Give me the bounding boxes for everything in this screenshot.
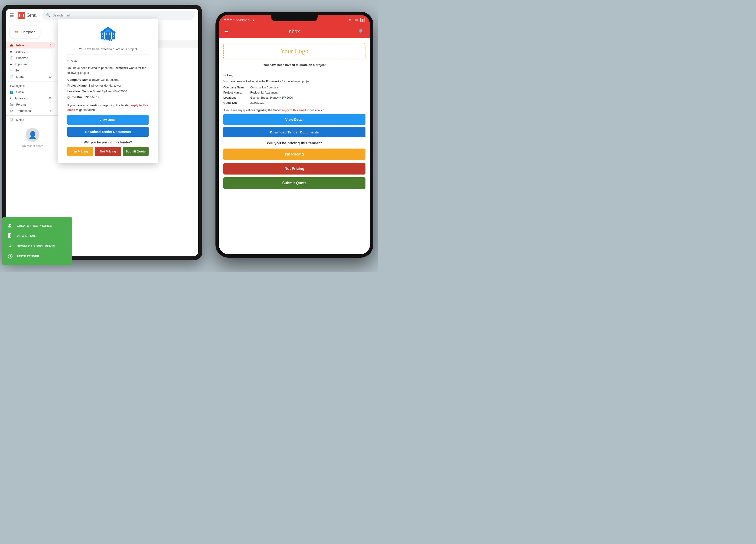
signal-dot-1 xyxy=(224,19,226,20)
sidebar-item-social[interactable]: 👥 Social xyxy=(6,89,55,95)
phone-header: ☰ Inbox 🔍 xyxy=(219,25,370,38)
search-icon: 🔍 xyxy=(46,13,51,17)
view-detail-button[interactable]: View Detail xyxy=(67,115,149,125)
compose-button[interactable]: ✏ Compose xyxy=(10,26,40,39)
sidebar-label-forums: Forums xyxy=(16,103,26,106)
statusbar-carrier: Vodafone AU ▲ xyxy=(224,19,255,21)
banner-view-detail[interactable]: VIEW DETAIL xyxy=(7,231,67,241)
phone-view-detail-button[interactable]: View Detail xyxy=(223,114,365,125)
promotions-icon: 🏷 xyxy=(10,109,13,113)
svg-rect-13 xyxy=(109,33,110,35)
svg-point-17 xyxy=(9,224,11,226)
download-tender-button[interactable]: Download Tender Documents xyxy=(67,127,149,137)
banner-price-tender[interactable]: $ PRICE TENDER xyxy=(7,251,67,261)
bluetooth-icon: ✱ xyxy=(349,19,351,22)
popup-tagline: You have been invited to quote on a proj… xyxy=(67,47,149,55)
banner-download-docs[interactable]: DOWNLOAD DOCUMENTS xyxy=(7,241,67,251)
phone-inbox-title: Inbox xyxy=(287,29,300,35)
pricing-question: Will you be pricing this tender? xyxy=(67,140,149,144)
svg-text:BAYER: BAYER xyxy=(104,39,112,42)
sidebar-item-sent[interactable]: ✉ Sent xyxy=(6,67,55,74)
sidebar-label-updates: Updates xyxy=(14,97,25,100)
phone-content: Your Logo You have been invited to quote… xyxy=(219,38,370,255)
hamburger-icon[interactable]: ☰ xyxy=(10,13,14,18)
sidebar-item-snoozed[interactable]: 🕐 Snoozed xyxy=(6,55,55,61)
no-chats-area: 👤 No recent chats xyxy=(6,123,59,152)
phone-details: Company Name: Construction Company Proje… xyxy=(223,85,365,105)
signal-dot-3 xyxy=(230,19,232,20)
phone-not-pricing-button[interactable]: Not Pricing xyxy=(223,163,365,175)
detail-quote-due-value: 29/05/2019 xyxy=(85,95,100,99)
sidebar-item-updates[interactable]: ℹ Updates 26 xyxy=(6,95,55,101)
detail-quote-due: Quote Due: 29/05/2019 xyxy=(67,95,149,100)
popup-invite-bold: Formwork xyxy=(114,66,128,70)
sidebar-divider-2 xyxy=(6,115,59,116)
sidebar-item-starred[interactable]: ★ Starred xyxy=(6,49,55,55)
phone-greeting: Hi Alex, xyxy=(223,73,365,78)
popup-logo: BAYER xyxy=(67,26,149,43)
detail-company-value: Bayer Constructions xyxy=(92,78,119,82)
im-pricing-button[interactable]: I'm Pricing xyxy=(67,147,93,156)
popup-invite-suffix: works for the following project xyxy=(67,66,146,75)
phone-detail-project: Project Name: Residential Apartment xyxy=(223,91,365,95)
phone-project-value: Residential Apartment xyxy=(250,91,277,95)
detail-company: Company Name: Bayer Constructions xyxy=(67,78,149,82)
forums-icon: 💬 xyxy=(10,103,13,106)
popup-question: If you have any questions regarding the … xyxy=(67,103,149,113)
phone-submit-quote-button[interactable]: Submit Quote xyxy=(223,177,365,189)
email-popup: BAYER You have been invited to quote on … xyxy=(58,19,158,163)
sidebar-item-notes[interactable]: 📝 Notes xyxy=(6,117,55,123)
no-chats-label: No recent chats xyxy=(22,144,43,148)
gmail-logo: Gmail xyxy=(18,12,39,19)
carrier-name: Vodafone AU xyxy=(236,19,251,21)
detail-project-value: Sydney residential tower xyxy=(88,84,121,87)
compose-plus-icon: ✏ xyxy=(14,29,19,35)
dollar-circle-icon: $ xyxy=(7,254,13,259)
submit-quote-button[interactable]: Submit Quote xyxy=(123,147,149,156)
svg-text:$: $ xyxy=(10,255,11,258)
phone-question-text: If you have any questions regarding the … xyxy=(223,108,365,112)
price-tender-icon: $ xyxy=(7,253,13,260)
gmail-logo-text: Gmail xyxy=(26,13,39,18)
banner-create-profile-label: CREATE FREE PROFILE xyxy=(17,224,52,228)
phone-logo-placeholder: Your Logo xyxy=(228,47,361,55)
not-pricing-button[interactable]: Not Pricing xyxy=(95,147,121,156)
phone-reply-link[interactable]: reply to this email xyxy=(282,109,306,112)
banner-create-profile[interactable]: CREATE FREE PROFILE xyxy=(7,221,67,231)
phone-detail-company: Company Name: Construction Company xyxy=(223,85,365,90)
sidebar-item-important[interactable]: ▶ Important xyxy=(6,61,55,67)
updates-icon: ℹ xyxy=(10,97,11,100)
sidebar-item-drafts[interactable]: 📄 Drafts 10 xyxy=(6,74,55,80)
inbox-icon: 📥 xyxy=(10,44,13,47)
phone-device: Vodafone AU ▲ 1:57 ✱ 100% ▓ ☰ Inbox 🔍 Yo… xyxy=(215,12,373,258)
person-plus-icon xyxy=(7,223,13,229)
sent-icon: ✉ xyxy=(10,69,12,72)
svg-rect-6 xyxy=(102,33,103,35)
phone-download-button[interactable]: Download Tender Documents xyxy=(223,127,365,137)
sidebar-label-snoozed: Snoozed xyxy=(16,56,28,60)
phone-notch xyxy=(271,15,318,21)
detail-location-value: George Street Sydney NSW 2000 xyxy=(82,90,127,93)
categories-label: ▾ Categories xyxy=(6,83,59,89)
search-input[interactable] xyxy=(52,13,191,17)
phone-hamburger-icon[interactable]: ☰ xyxy=(224,29,228,34)
notes-icon: 📝 xyxy=(10,118,13,122)
inbox-badge: 1 xyxy=(50,44,52,47)
sidebar-item-promotions[interactable]: 🏷 Promotions 5 xyxy=(6,108,55,114)
sidebar-item-inbox[interactable]: 📥 Inbox 1 xyxy=(6,42,55,49)
phone-detail-quote: Quote Due: 29/03/2020 xyxy=(223,101,365,105)
sidebar-divider xyxy=(6,81,59,82)
drafts-icon: 📄 xyxy=(10,75,13,78)
pricing-buttons: I'm Pricing Not Pricing Submit Quote xyxy=(67,147,149,156)
detail-location: Location: George Street Sydney NSW 2000 xyxy=(67,89,149,94)
phone-invite: You have been invited to price the Formw… xyxy=(223,79,365,84)
drafts-badge: 10 xyxy=(49,75,52,78)
phone-company-value: Construction Company xyxy=(250,85,279,90)
view-detail-icon xyxy=(7,233,13,239)
sidebar-label-inbox: Inbox xyxy=(16,44,24,47)
sidebar-item-forums[interactable]: 💬 Forums xyxy=(6,101,55,108)
phone-search-icon[interactable]: 🔍 xyxy=(359,29,365,34)
phone-im-pricing-button[interactable]: I'm Pricing xyxy=(223,149,365,160)
phone-logo-box: Your Logo xyxy=(223,43,365,59)
svg-rect-9 xyxy=(113,36,114,37)
